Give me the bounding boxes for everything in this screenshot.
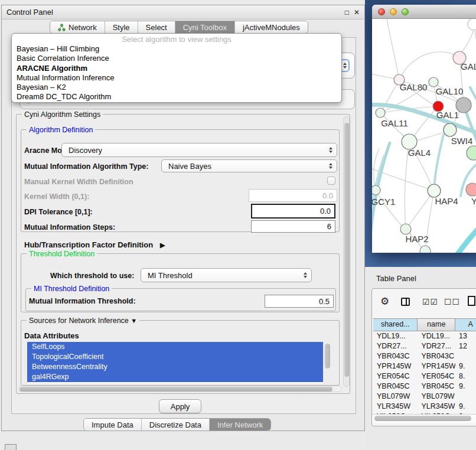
table-horizontal-scrollbar[interactable] bbox=[372, 414, 476, 423]
dpi-tolerance-input[interactable] bbox=[251, 204, 335, 219]
network-edge bbox=[434, 135, 444, 190]
aracne-mode-combobox[interactable]: Discovery bbox=[61, 143, 337, 157]
table-cell: YLR345W bbox=[418, 402, 455, 412]
column-header[interactable]: A bbox=[455, 319, 476, 331]
dropdown-item[interactable]: ARACNE Algorithm bbox=[12, 64, 341, 73]
node-label: GAL11 bbox=[381, 118, 408, 128]
GAL10-node[interactable] bbox=[429, 77, 438, 87]
attribute-item[interactable]: SelfLoops bbox=[27, 342, 323, 352]
HAP2-node[interactable] bbox=[400, 224, 411, 234]
table-row[interactable]: YBL079WYBL079W bbox=[373, 392, 476, 402]
gear-icon[interactable]: ⚙ bbox=[380, 295, 389, 308]
settings-horizontal-scrollbar-thumb[interactable] bbox=[19, 387, 332, 392]
table-row[interactable]: YER054CYER054C8. bbox=[373, 371, 476, 381]
manual-kernel-width-checkbox[interactable] bbox=[327, 177, 335, 185]
GAL11-node[interactable] bbox=[376, 108, 385, 118]
table-panel-title: Table Panel bbox=[376, 274, 416, 283]
cyni-algorithm-settings-title: Cyni Algorithm Settings bbox=[22, 110, 103, 119]
table-row[interactable]: YBR043CYBR043C bbox=[373, 351, 476, 361]
network-icon bbox=[58, 24, 66, 31]
attribute-item[interactable]: TopologicalCoefficient bbox=[27, 352, 323, 362]
dropdown-item[interactable]: Bayesian – K2 bbox=[12, 83, 341, 92]
table-row[interactable]: YLR345WYLR345W9. bbox=[373, 402, 476, 412]
dropdown-item[interactable]: Basic Correlation Inference bbox=[12, 54, 341, 63]
table-cell: 13 bbox=[455, 331, 476, 341]
unchecked-columns-icon[interactable]: ☐☐ bbox=[444, 297, 460, 306]
bottom-tab-discretize-data[interactable]: Discretize Data bbox=[142, 419, 210, 431]
table-cell: YER054C bbox=[418, 371, 455, 381]
mi-algorithm-type-combobox[interactable]: Naive Bayes bbox=[161, 159, 337, 172]
which-threshold-label: Which threshold to use: bbox=[50, 272, 134, 280]
table-row[interactable]: YBR045CYBR045C9. bbox=[373, 381, 476, 392]
hub-definition-toggle[interactable]: Hub/Transcription Factor Definition ▶ bbox=[24, 240, 165, 249]
table-row[interactable]: YDL19...YDL19...13 bbox=[373, 331, 476, 341]
data-attributes-label: Data Attributes bbox=[24, 331, 79, 340]
tab-jactivemnodules[interactable]: jActiveMNodules bbox=[235, 21, 308, 33]
table-panel-body: ⚙ ☑☑ ☐☐ shared...nameA YDL19...YDL19...1… bbox=[371, 288, 476, 426]
partial-top-node[interactable] bbox=[468, 19, 476, 30]
sources-title[interactable]: Sources for Network Inference ▼ bbox=[27, 317, 139, 325]
mi-algorithm-type-value: Naive Bayes bbox=[162, 162, 211, 171]
network-edge bbox=[406, 191, 434, 229]
table-cell: YDL19... bbox=[418, 331, 455, 341]
which-threshold-combobox[interactable]: MI Threshold bbox=[141, 268, 312, 282]
close-traffic-light[interactable] bbox=[378, 8, 385, 15]
minimize-traffic-light[interactable] bbox=[390, 8, 397, 15]
expand-arrow-icon: ▼ bbox=[131, 317, 137, 324]
column-header[interactable]: shared... bbox=[373, 319, 418, 331]
table-cell bbox=[455, 392, 476, 402]
dropdown-item[interactable]: Bayesian – Hill Climbing bbox=[12, 44, 341, 54]
mi-threshold-input[interactable] bbox=[265, 295, 334, 308]
settings-vertical-scrollbar[interactable] bbox=[343, 116, 350, 387]
table-cell: 12 bbox=[455, 341, 476, 351]
column-header[interactable]: name bbox=[418, 319, 455, 331]
tab-cyni-toolbox[interactable]: Cyni Toolbox bbox=[175, 21, 235, 33]
zoom-traffic-light[interactable] bbox=[402, 8, 409, 15]
node-label: GAL10 bbox=[436, 86, 464, 96]
bottom-tab-impute-data[interactable]: Impute Data bbox=[84, 419, 142, 431]
partial-bottom-node[interactable] bbox=[420, 246, 431, 253]
network-view-window: GAL7GAL80GAL10GAL1GAL11SWI4GAL4GCY1HAP4Y… bbox=[372, 5, 476, 253]
bottom-tab-infer-network[interactable]: Infer Network bbox=[210, 419, 270, 431]
SWI4-node[interactable] bbox=[467, 146, 476, 160]
mi-steps-input[interactable] bbox=[251, 220, 335, 233]
attribute-item[interactable]: gal4RGexp bbox=[27, 372, 323, 382]
apply-button[interactable]: Apply bbox=[159, 399, 201, 413]
GAL1-node[interactable] bbox=[444, 123, 457, 136]
table-row[interactable]: YPR145WYPR145W9. bbox=[373, 361, 476, 371]
collapse-arrow-icon: ▶ bbox=[160, 241, 165, 249]
network-canvas[interactable]: GAL7GAL80GAL10GAL1GAL11SWI4GAL4GCY1HAP4Y… bbox=[372, 19, 476, 253]
checked-columns-icon[interactable]: ☑☑ bbox=[422, 297, 438, 306]
node-label: SWI4 bbox=[451, 136, 473, 146]
table-scrollbar-thumb[interactable] bbox=[374, 416, 471, 421]
attribute-item[interactable]: BetweennessCentrality bbox=[27, 362, 323, 372]
close-icon[interactable]: ✕ bbox=[354, 8, 360, 17]
settings-horizontal-scrollbar[interactable] bbox=[18, 386, 342, 392]
table-row[interactable]: YDR27...YDR27...12 bbox=[373, 341, 476, 351]
table-cell: YLR345W bbox=[373, 402, 418, 412]
stepper-arrows-icon bbox=[304, 272, 307, 278]
float-window-icon[interactable]: □ bbox=[345, 8, 349, 17]
pink-right-node[interactable] bbox=[466, 183, 476, 196]
dropdown-item[interactable]: Dream8 DC_TDC Algorithm bbox=[12, 92, 341, 102]
attributes-scrollbar-thumb[interactable] bbox=[325, 344, 330, 369]
columns-icon[interactable] bbox=[401, 298, 410, 306]
corner-button[interactable] bbox=[5, 444, 17, 450]
dropdown-item[interactable]: Mutual Information Inference bbox=[12, 73, 341, 83]
table-cell: YDR27... bbox=[373, 341, 418, 351]
data-attributes-list[interactable]: SelfLoopsTopologicalCoefficientBetweenne… bbox=[27, 342, 323, 383]
algorithm-definition-title: Algorithm Definition bbox=[27, 126, 95, 134]
tab-style[interactable]: Style bbox=[105, 21, 138, 33]
mi-threshold-label: Mutual Information Threshold: bbox=[29, 297, 136, 305]
settings-vertical-scrollbar-thumb[interactable] bbox=[344, 123, 349, 377]
tab-network[interactable]: Network bbox=[50, 21, 105, 33]
HAP4-node[interactable] bbox=[428, 184, 441, 197]
GCY1-node[interactable] bbox=[372, 185, 380, 195]
page-icon[interactable] bbox=[468, 296, 475, 306]
table-cell: YBR045C bbox=[373, 381, 418, 392]
node-label: GAL4 bbox=[408, 148, 431, 158]
table-cell: YBR043C bbox=[373, 351, 418, 361]
mi-threshold-definition-title: MI Threshold Definition bbox=[31, 285, 112, 293]
tab-select[interactable]: Select bbox=[138, 21, 175, 33]
kernel-width-input[interactable] bbox=[249, 189, 337, 202]
